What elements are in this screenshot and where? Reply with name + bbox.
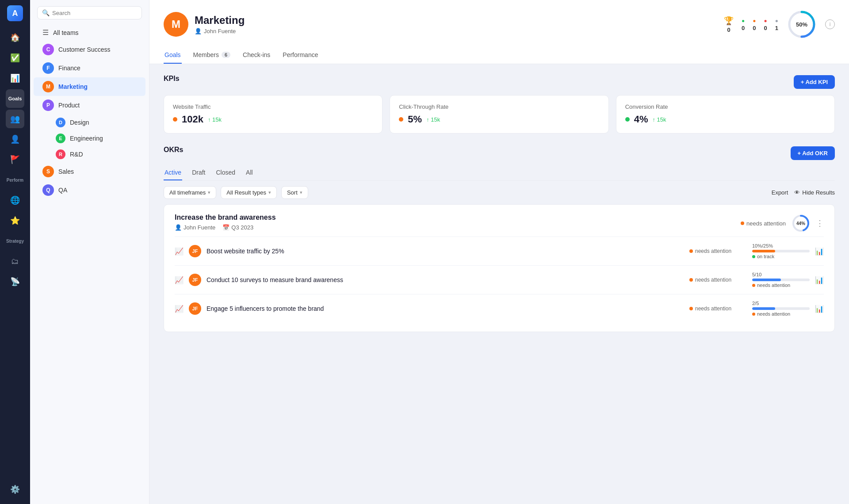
okr-period: 📅 Q3 2023 [222, 224, 253, 231]
nav-people[interactable]: 👤 [6, 130, 24, 149]
tab-goals[interactable]: Goals [164, 47, 182, 64]
home-icon[interactable]: 🏠 [6, 28, 24, 47]
nav-teams[interactable]: 👥 [6, 110, 24, 128]
kr-1-fill [752, 279, 781, 281]
tree-icon[interactable]: 🗂 [6, 252, 24, 271]
goals-label-icon[interactable]: Goals [6, 89, 24, 108]
search-box[interactable]: 🔍 [37, 6, 142, 19]
tab-checkins-label: Check-ins [243, 51, 270, 58]
sort-label: Sort [287, 189, 298, 196]
people-icon[interactable]: 👤 [6, 130, 24, 149]
add-kpi-button[interactable]: + Add KPI [794, 75, 835, 89]
owner-icon: 👤 [195, 28, 202, 34]
timeframes-label: All timeframes [169, 189, 206, 196]
info-button[interactable]: i [825, 19, 835, 29]
sidebar-item-mk[interactable]: M Marketing [34, 77, 145, 96]
kr-2-progress: 2/5 needs attention [752, 301, 810, 317]
rd-avatar: R [56, 149, 65, 159]
sort-chevron: ▾ [300, 190, 302, 195]
settings-icon[interactable]: ⚙️ [6, 480, 24, 499]
nav-star[interactable]: ⭐ [6, 211, 24, 230]
result-types-chevron: ▾ [268, 190, 271, 195]
sidebar-item-ds[interactable]: D Design [34, 115, 145, 130]
sidebar-item-pr[interactable]: P Product [34, 96, 145, 115]
kr-1-status-text: needs attention [695, 277, 731, 283]
tab-performance[interactable]: Performance [282, 47, 319, 64]
sidebar-item-qa[interactable]: Q QA [34, 181, 145, 199]
kr-1-trend-icon: 📈 [175, 276, 184, 284]
kr-2-status: needs attention [689, 305, 747, 312]
kr-2-trend-icon: 📈 [175, 305, 184, 313]
tab-goals-label: Goals [164, 51, 181, 58]
export-button[interactable]: Export [772, 189, 788, 196]
okr-owner-name: John Fuente [184, 224, 215, 231]
okr-tab-all[interactable]: All [245, 165, 254, 180]
progress-text: 50% [796, 21, 807, 28]
okr-menu-button[interactable]: ⋮ [816, 218, 824, 228]
kr-item-2: 📈 JF Engage 5 influencers to promote the… [175, 294, 824, 323]
okr-filters: All timeframes ▾ All Result types ▾ Sort… [164, 186, 835, 199]
nav-flags[interactable]: 🚩 [6, 150, 24, 169]
okr-header: OKRs + Add OKR [164, 146, 835, 160]
tab-checkins[interactable]: Check-ins [242, 47, 271, 64]
sidebar-item-en[interactable]: E Engineering [34, 130, 145, 146]
icon-sidebar: A 🏠 ✅ 📊 Goals 👥 👤 🚩 Perform 🌐 ⭐ Strategy… [0, 0, 30, 504]
team-info: M Marketing 👤 John Fuente [164, 12, 245, 37]
nav-strategy-label[interactable]: Strategy [6, 232, 24, 250]
nav-global[interactable]: 🌐 [6, 191, 24, 210]
stat-trophy-val: 0 [727, 27, 730, 33]
timeframes-chevron: ▾ [208, 190, 210, 195]
perform-label[interactable]: Perform [6, 171, 24, 189]
nav-reports[interactable]: 📊 [6, 69, 24, 88]
okr-tab-active[interactable]: Active [164, 165, 182, 180]
kr-1-sub-dot [752, 284, 755, 287]
add-okr-button[interactable]: + Add OKR [791, 146, 835, 160]
okr-period-val: Q3 2023 [231, 224, 253, 231]
app-logo[interactable]: A [7, 5, 23, 21]
timeframes-filter[interactable]: All timeframes ▾ [164, 186, 216, 199]
nav-goals-label[interactable]: Goals [6, 89, 24, 108]
global-icon[interactable]: 🌐 [6, 191, 24, 210]
nav-perform-label[interactable]: Perform [6, 171, 24, 189]
nav-settings[interactable]: ⚙️ [6, 480, 24, 499]
kr-2-sub-dot [752, 313, 755, 316]
sidebar-item-cs[interactable]: C Customer Success [34, 40, 145, 59]
nav-goals-check[interactable]: ✅ [6, 49, 24, 67]
nav-radar[interactable]: 📡 [6, 272, 24, 291]
nav-tree[interactable]: 🗂 [6, 252, 24, 271]
stat-gray: ● 1 [775, 18, 778, 31]
hide-results-button[interactable]: 👁 Hide Results [794, 189, 835, 196]
stat-red: ● 0 [764, 18, 767, 31]
check-icon[interactable]: ✅ [6, 49, 24, 67]
flags-icon[interactable]: 🚩 [6, 150, 24, 169]
kr-1-progress: 5/10 needs attention [752, 272, 810, 288]
sort-filter[interactable]: Sort ▾ [281, 186, 308, 199]
radar-icon[interactable]: 📡 [6, 272, 24, 291]
sidebar-item-sa[interactable]: S Sales [34, 162, 145, 181]
result-types-filter[interactable]: All Result types ▾ [221, 186, 277, 199]
sidebar-item-fi[interactable]: F Finance [34, 59, 145, 77]
kr-0-title: Boost website traffic by 25% [207, 248, 684, 255]
stat-trophy: 🏆 0 [724, 16, 734, 33]
okr-tab-draft[interactable]: Draft [191, 165, 206, 180]
orange-dot-icon: ● [753, 18, 756, 24]
kpi-0-change: ↑ 15k [208, 116, 222, 123]
stat-green: ● 0 [742, 18, 745, 31]
nav-home[interactable]: 🏠 [6, 28, 24, 47]
tab-members[interactable]: Members 6 [192, 47, 231, 64]
okr-card-0-left: Increase the brand awareness 👤 John Fuen… [175, 214, 276, 231]
kr-2-progress-bar [752, 307, 810, 310]
strategy-label[interactable]: Strategy [6, 232, 24, 250]
mk-avatar: M [42, 81, 54, 92]
all-teams-item[interactable]: ☰ All teams [34, 25, 145, 40]
search-input[interactable] [52, 10, 137, 16]
sidebar-item-rd[interactable]: R R&D [34, 146, 145, 162]
star-icon[interactable]: ⭐ [6, 211, 24, 230]
mini-ring-text: 44% [796, 221, 805, 226]
team-header: M Marketing 👤 John Fuente 🏆 0 ● 0 [149, 0, 849, 64]
fi-label: Finance [58, 65, 80, 72]
kpi-1-value: 5% [408, 114, 422, 125]
reports-icon[interactable]: 📊 [6, 69, 24, 88]
okr-tab-closed[interactable]: Closed [215, 165, 236, 180]
teams-icon[interactable]: 👥 [6, 110, 24, 128]
